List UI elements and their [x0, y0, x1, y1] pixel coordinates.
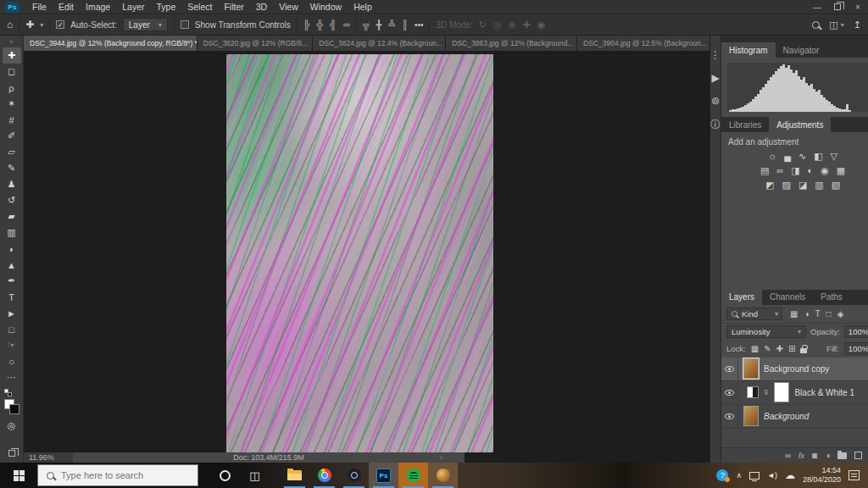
black-white-icon[interactable]: ◨: [791, 165, 799, 176]
selective-color-icon[interactable]: ▧: [832, 180, 840, 191]
menu-item[interactable]: Image: [80, 2, 116, 12]
align-icon[interactable]: ╣: [330, 19, 337, 30]
move-tool[interactable]: ✚: [3, 47, 21, 64]
photoshop-taskbar-button[interactable]: Ps: [369, 463, 398, 488]
auto-select-scope-dropdown[interactable]: Layer ▾: [123, 18, 168, 31]
mask-link-icon[interactable]: ∞: [762, 390, 771, 395]
brushes-panel-icon[interactable]: ⋮: [710, 49, 721, 61]
document-info[interactable]: Doc: 103.4M/215.9M ›: [73, 452, 465, 463]
gradient-tool[interactable]: ▥: [3, 225, 21, 241]
more-options-icon[interactable]: •••: [415, 20, 424, 30]
new-layer-button[interactable]: [854, 452, 862, 459]
dodge-tool[interactable]: ▲: [3, 257, 21, 273]
lock-transparent-pixels-icon[interactable]: ▦: [751, 344, 759, 353]
volume-icon[interactable]: ◄): [767, 471, 777, 480]
menu-item[interactable]: Type: [150, 2, 181, 12]
menu-item[interactable]: File: [26, 2, 53, 12]
menu-item[interactable]: Select: [181, 2, 218, 12]
layer-row[interactable]: Background: [721, 405, 868, 429]
document-tab[interactable]: DSC_3820.jpg @ 12% (RGB/8... ×: [198, 36, 314, 51]
blur-tool[interactable]: ◗: [3, 241, 21, 257]
start-button[interactable]: [0, 463, 37, 488]
layer-style-button[interactable]: fx: [798, 452, 804, 460]
distribute-icon[interactable]: ║: [402, 19, 409, 30]
tray-chevron-icon[interactable]: ∧: [736, 471, 742, 480]
pen-tool[interactable]: ✒: [3, 273, 21, 289]
panel-tab[interactable]: Histogram: [721, 42, 776, 58]
vibrance-icon[interactable]: ▽: [831, 151, 837, 162]
lasso-tool[interactable]: ρ: [3, 80, 21, 96]
layer-name[interactable]: Background: [764, 412, 865, 421]
distribute-icon[interactable]: ╋: [376, 19, 382, 30]
actions-panel-icon[interactable]: ▶: [711, 72, 719, 84]
layer-visibility-toggle[interactable]: [721, 381, 738, 404]
panel-tab[interactable]: Paths: [813, 290, 850, 305]
smart-object-filter-icon[interactable]: ◈: [837, 309, 844, 319]
layer-filter-kind-dropdown[interactable]: Kind ▾: [726, 308, 782, 320]
close-button[interactable]: ×: [848, 0, 868, 14]
menu-item[interactable]: View: [273, 2, 304, 12]
color-lookup-icon[interactable]: ▦: [837, 165, 845, 176]
pixel-layer-filter-icon[interactable]: ▦: [790, 309, 798, 319]
posterize-icon[interactable]: ▨: [782, 180, 790, 191]
type-tool[interactable]: T: [3, 289, 21, 305]
task-view-button[interactable]: ◫: [240, 463, 270, 488]
opacity-dropdown[interactable]: 100% ▾: [844, 325, 868, 338]
brush-tool[interactable]: ✎: [3, 160, 21, 176]
taskbar-clock[interactable]: 14:54 28/04/2020: [803, 466, 841, 485]
color-balance-icon[interactable]: ∞: [776, 165, 783, 176]
search-icon[interactable]: [812, 21, 820, 29]
fill-dropdown[interactable]: 100% ▾: [844, 342, 868, 355]
shape-tool[interactable]: □: [3, 321, 21, 337]
chrome-button[interactable]: [309, 463, 339, 488]
align-icon[interactable]: ═: [343, 19, 350, 30]
new-adjustment-layer-button[interactable]: ◑: [825, 451, 830, 460]
lock-image-pixels-icon[interactable]: ✎: [764, 344, 771, 353]
history-brush-tool[interactable]: ↺: [3, 192, 21, 208]
eraser-tool[interactable]: ▰: [3, 208, 21, 225]
clone-stamp-tool[interactable]: ♟: [3, 176, 21, 192]
menu-item[interactable]: 3D: [250, 2, 273, 12]
workspace-icon[interactable]: ◫: [829, 19, 837, 30]
share-icon[interactable]: ↥: [854, 19, 861, 30]
path-selection-tool[interactable]: ►: [3, 305, 21, 321]
gradient-map-icon[interactable]: ▥: [815, 180, 823, 191]
zoom-level-field[interactable]: 11.96%: [29, 453, 73, 462]
document-tab[interactable]: DSC_3904.jpg @ 12.5% (Backgroun... ×: [577, 36, 710, 51]
hand-tool[interactable]: ☞: [3, 337, 21, 353]
panel-tab[interactable]: Adjustments: [769, 117, 831, 132]
document-tab[interactable]: DSC_3863.jpg @ 12% (Background... ×: [446, 36, 577, 51]
spot-healing-brush-tool[interactable]: ▱: [3, 144, 21, 160]
clone-source-panel-icon[interactable]: ⊚: [711, 95, 720, 107]
steam-button[interactable]: [339, 463, 369, 488]
exposure-icon[interactable]: ◧: [814, 151, 822, 162]
crop-tool[interactable]: #: [3, 112, 21, 128]
quick-mask-button[interactable]: ◎: [3, 418, 21, 434]
help-tray-icon[interactable]: ?: [716, 469, 728, 481]
channel-mixer-icon[interactable]: ◉: [821, 165, 829, 176]
layer-row[interactable]: Background copy: [721, 358, 868, 381]
restore-button[interactable]: [827, 0, 848, 14]
file-explorer-button[interactable]: [280, 463, 309, 488]
network-icon[interactable]: [749, 472, 760, 480]
adjustment-layer-thumbnail[interactable]: [747, 386, 759, 398]
layer-thumbnail[interactable]: [743, 406, 759, 426]
eyedropper-tool[interactable]: ✐: [3, 128, 21, 144]
panel-tab[interactable]: Libraries: [721, 117, 769, 132]
new-group-button[interactable]: [837, 452, 847, 459]
menu-item[interactable]: Filter: [218, 2, 249, 12]
align-icon[interactable]: ╠: [303, 19, 310, 30]
show-transform-controls-checkbox[interactable]: [181, 20, 189, 29]
canvas-pasteboard[interactable]: 11.96% Doc: 103.4M/215.9M ›: [24, 51, 710, 463]
home-icon[interactable]: ⌂: [7, 19, 13, 30]
default-swatches-icon[interactable]: [4, 389, 12, 396]
invert-icon[interactable]: ◩: [765, 180, 774, 191]
panel-tab[interactable]: Navigator: [776, 42, 827, 58]
game-button[interactable]: [428, 463, 458, 488]
background-color-swatch[interactable]: [9, 404, 19, 414]
type-layer-filter-icon[interactable]: T: [815, 309, 821, 319]
hue-saturation-icon[interactable]: ▤: [760, 165, 769, 176]
toolbar-collapse-chevron[interactable]: «: [9, 36, 13, 47]
lock-all-icon[interactable]: [800, 348, 807, 353]
menu-item[interactable]: Window: [304, 2, 348, 12]
